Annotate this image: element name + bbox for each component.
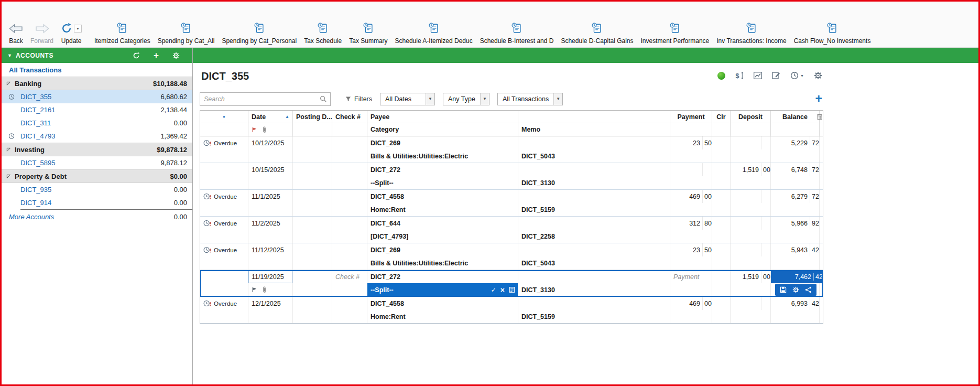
column-header-check[interactable]: Check # (332, 111, 367, 123)
transaction-row[interactable]: Overdue 11/12/2025 DICT_269 23 50 5,943 … (200, 243, 823, 270)
column-options-icon[interactable] (817, 114, 822, 120)
share-icon[interactable] (805, 286, 812, 293)
toolbar-report-button[interactable]: Spending by Cat_Personal (218, 17, 300, 47)
accounts-collapse-icon[interactable]: ▼ (7, 53, 12, 58)
sidebar-all-transactions[interactable]: All Transactions (2, 63, 192, 77)
sidebar-group-header[interactable]: Property & Debt $0.00 (2, 169, 192, 183)
attachment-column-icon[interactable] (262, 126, 268, 133)
sidebar-account[interactable]: DICT_935 0.00 (2, 183, 192, 196)
transaction-row[interactable]: Overdue 10/12/2025 DICT_269 23 50 5,229 … (200, 136, 823, 163)
selected-transaction-row[interactable]: 11/19/2025 Check # DICT_272 Payment 1,51… (200, 270, 823, 297)
add-account-icon[interactable]: + (154, 51, 159, 60)
payment-cell: 469 (670, 190, 703, 203)
deposit-field[interactable]: 1,519 (731, 270, 761, 283)
filter-row: Filters All Dates ▼ Any Type ▼ All Trans… (193, 92, 823, 106)
back-button[interactable]: Back (5, 17, 27, 47)
open-split-icon[interactable] (509, 286, 515, 293)
payment-field[interactable]: Payment (670, 270, 712, 283)
sidebar-account[interactable]: DICT_914 0.00 (2, 196, 192, 209)
report-icon (317, 22, 329, 35)
transaction-row[interactable]: 10/15/2025 DICT_272 1,519 00 6,748 72 --… (200, 163, 823, 190)
column-header-balance[interactable]: Balance (771, 111, 820, 123)
deposit-cell (731, 243, 761, 256)
account-name: DICT_4793 (20, 132, 55, 140)
category-cell: Bills & Utilities:Utilities:Electric (367, 256, 518, 270)
toolbar-report-button[interactable]: Spending by Cat_All (154, 17, 219, 47)
group-total: $0.00 (170, 173, 187, 180)
sidebar-account[interactable]: DICT_355 6,680.62 (2, 90, 192, 103)
column-header-deposit[interactable]: Deposit (731, 111, 771, 123)
posting-date-cell (293, 163, 332, 176)
toolbar-report-button[interactable]: Itemized Categories (91, 17, 154, 47)
sidebar-account[interactable]: DICT_4793 1,369.42 (2, 130, 192, 143)
search-input[interactable] (204, 95, 320, 103)
payee-field[interactable]: DICT_272 (367, 270, 518, 283)
history-dropdown[interactable]: ▼ (790, 71, 804, 80)
transaction-register: ● Date ▲ Posting D... Check # Payee Paym… (200, 110, 823, 324)
gear-icon[interactable] (792, 286, 799, 293)
forward-button[interactable]: Forward (27, 17, 57, 47)
confirm-icon[interactable]: ✓ (491, 287, 496, 293)
sidebar-account[interactable]: DICT_5895 9,878.12 (2, 156, 192, 169)
toolbar-report-button[interactable]: Inv Transactions: Income (713, 17, 790, 47)
sidebar-more-accounts[interactable]: More Accounts 0.00 (2, 210, 192, 223)
toolbar-report-button[interactable]: Cash Flow_No Investments (790, 17, 875, 47)
update-dropdown-icon[interactable]: ▼ (74, 25, 82, 33)
date-filter-dropdown[interactable]: All Dates ▼ (380, 93, 435, 105)
transaction-row[interactable]: Overdue 11/2/2025 DICT_644 312 80 5,966 … (200, 217, 823, 243)
toolbar-report-button[interactable]: Schedule A-Itemized Deduc (391, 17, 476, 47)
column-header-payment[interactable]: Payment (670, 111, 712, 123)
column-header-category[interactable]: Category (367, 123, 518, 136)
column-header-posting-date[interactable]: Posting D... (293, 111, 332, 123)
attachment-icon[interactable] (262, 286, 268, 293)
category-split-field[interactable]: --Split-- ✓ × (367, 283, 518, 296)
accounts-sidebar: ▼ ACCOUNTS + All Transactions Banking $1… (2, 48, 193, 384)
transfer-money-icon[interactable] (735, 71, 744, 80)
toolbar-report-button[interactable]: Schedule B-Interest and D (476, 17, 558, 47)
date-field[interactable]: 11/19/2025 (248, 270, 293, 283)
column-header-date[interactable]: Date ▲ (248, 111, 293, 123)
search-icon[interactable] (320, 95, 326, 102)
report-icon (363, 22, 374, 35)
report-icon (180, 22, 192, 35)
sidebar-group-header[interactable]: Banking $10,188.48 (2, 77, 192, 90)
update-button[interactable]: ▼ Update (57, 17, 85, 47)
refresh-accounts-icon[interactable] (133, 52, 140, 59)
sidebar-account[interactable]: DICT_311 0.00 (2, 116, 192, 130)
sidebar-group-header[interactable]: Investing $9,878.12 (2, 143, 192, 156)
flag-icon[interactable] (252, 287, 257, 293)
transaction-filter-dropdown[interactable]: All Transactions ▼ (497, 93, 563, 105)
posting-date-cell (293, 217, 332, 230)
toolbar-report-button[interactable]: Investment Performance (637, 17, 713, 47)
flag-column-icon[interactable] (252, 127, 257, 133)
status-cell (200, 163, 248, 176)
sidebar-account[interactable]: DICT_2161 2,138.44 (2, 103, 192, 116)
report-icon (511, 22, 522, 35)
save-icon[interactable] (780, 286, 787, 293)
column-header-memo[interactable]: Memo (518, 123, 670, 136)
sync-status-icon[interactable] (717, 72, 725, 80)
toolbar-report-button[interactable]: Tax Summary (345, 17, 391, 47)
report-icon (746, 22, 757, 35)
status-dot-icon: ● (223, 114, 225, 119)
payment-cell (670, 163, 703, 176)
edit-register-icon[interactable] (772, 71, 780, 80)
check-cell (332, 243, 367, 256)
transaction-row[interactable]: Overdue 11/1/2025 DICT_4558 469 00 6,279… (200, 190, 823, 217)
toolbar-report-button[interactable]: Tax Schedule (300, 17, 345, 47)
forward-icon (35, 22, 49, 35)
transaction-row[interactable]: Overdue 12/1/2025 DICT_4558 469 00 6,993… (200, 297, 823, 324)
register-settings-gear-icon[interactable] (814, 71, 822, 80)
column-header-payee[interactable]: Payee (367, 111, 518, 123)
add-transaction-button[interactable]: + (815, 93, 823, 105)
cancel-icon[interactable]: × (500, 286, 505, 294)
memo-field[interactable]: DICT_3130 (518, 283, 670, 296)
toolbar-report-button[interactable]: Schedule D-Capital Gains (557, 17, 637, 47)
column-header-clr[interactable]: Clr (712, 111, 731, 123)
accounts-settings-gear-icon[interactable] (172, 52, 180, 59)
type-filter-dropdown[interactable]: Any Type ▼ (443, 93, 489, 105)
toolbar-report-label: Spending by Cat_Personal (222, 37, 297, 45)
performance-chart-icon[interactable] (754, 71, 762, 80)
deposit-cell (731, 217, 761, 230)
check-number-field[interactable]: Check # (332, 270, 367, 283)
